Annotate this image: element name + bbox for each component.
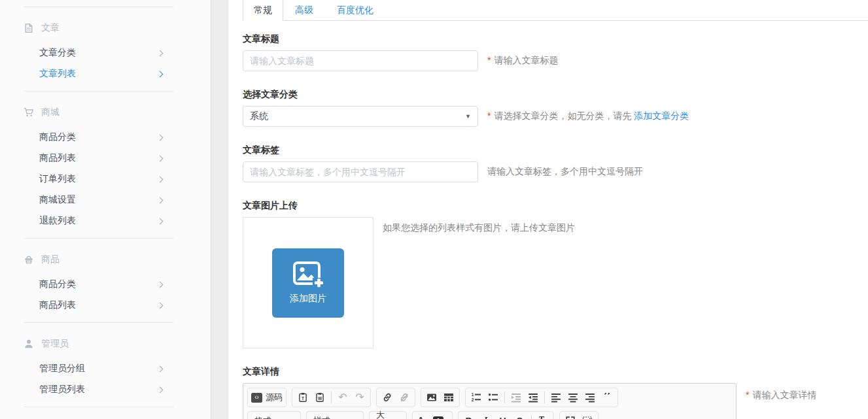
sidebar-item[interactable]: 订单列表 (0, 169, 211, 190)
remove-format-icon: Tx (538, 415, 547, 419)
align-center-button[interactable] (564, 390, 582, 405)
outdent-icon (511, 392, 521, 403)
size-combo-button[interactable]: 大小▾ (372, 412, 404, 419)
maximize-button[interactable] (562, 413, 579, 419)
maximize-icon (565, 416, 576, 419)
list-ol-button[interactable]: 12 (468, 390, 485, 405)
size-combo-label: 大小 (376, 409, 392, 419)
sidebar-item[interactable]: 商城设置 (0, 190, 211, 210)
chevron-right-icon (157, 302, 164, 309)
table-button[interactable] (440, 390, 457, 405)
add-image-button[interactable]: 添加图片 (272, 248, 344, 318)
category-label: 选择文章分类 (243, 89, 868, 101)
remove-format-button[interactable]: Tx (534, 413, 551, 419)
redo-icon: ↷ (355, 392, 364, 403)
toolbar-group (376, 388, 415, 407)
sidebar-item[interactable]: 管理员分组 (0, 358, 211, 379)
strike-button[interactable]: S (512, 413, 529, 419)
align-right-button[interactable] (582, 390, 599, 405)
user-icon (24, 339, 34, 349)
toolbar-group: 样式▾ (306, 411, 364, 419)
sidebar-divider (24, 407, 173, 407)
unlink-icon (399, 392, 409, 403)
select-arrow-icon: ▼ (465, 113, 471, 120)
sidebar-item[interactable]: 文章列表 (0, 63, 211, 84)
bold-button[interactable]: B (460, 413, 477, 419)
rich-text-editor: ‹›源码TW↶↷12” 格式▾样式▾大小▾A▾A▾BIUSTx (243, 383, 737, 419)
sidebar-item-label: 商品分类 (39, 278, 158, 290)
article-form: 文章标题 *请输入文章标题 选择文章分类 系统 ▼ *请选择文章分类，如 (243, 21, 868, 419)
main-content: 常规高级百度优化 文章标题 *请输入文章标题 选择文章分类 系统 ▼ (228, 0, 868, 419)
link-button[interactable] (379, 390, 396, 405)
italic-icon: I (484, 416, 487, 419)
image-button[interactable] (423, 390, 440, 405)
title-input[interactable] (243, 50, 478, 71)
form-item-category: 选择文章分类 系统 ▼ *请选择文章分类，如无分类，请先 添加文章分类 (243, 89, 868, 127)
toolbar-group: 大小▾ (369, 411, 407, 419)
editor-toolbar: ‹›源码TW↶↷12” 格式▾样式▾大小▾A▾A▾BIUSTx (243, 384, 736, 419)
show-blocks-icon (582, 416, 593, 419)
indent-button[interactable] (525, 390, 542, 405)
table-icon (443, 392, 454, 403)
image-help: 如果您选择的列表样式有图片，请上传文章图片 (383, 222, 575, 234)
sidebar-section-4: 系统 (0, 414, 211, 419)
sidebar-item[interactable]: 退款列表 (0, 210, 211, 231)
italic-button[interactable]: I (477, 413, 495, 419)
sidebar-section-label: 商品 (41, 254, 60, 265)
sidebar-divider (24, 322, 173, 323)
quote-icon: ” (603, 393, 611, 402)
tab-general[interactable]: 常规 (243, 0, 283, 21)
link-icon (382, 392, 392, 403)
category-help: *请选择文章分类，如无分类，请先 添加文章分类 (487, 110, 689, 122)
tab-baidu-seo[interactable]: 百度优化 (325, 0, 385, 20)
sidebar-item[interactable]: 商品列表 (0, 148, 211, 169)
svg-text:1: 1 (472, 392, 474, 397)
bg-color-button[interactable]: A▾ (432, 413, 450, 419)
image-plus-icon (292, 261, 324, 288)
chevron-right-icon (157, 281, 164, 288)
sidebar-item-label: 订单列表 (39, 173, 158, 185)
toolbar-group (421, 388, 460, 407)
align-left-button[interactable] (547, 390, 564, 405)
paste-text-button[interactable]: T (294, 390, 311, 405)
sidebar-item[interactable]: 管理员列表 (0, 379, 211, 400)
sidebar-item[interactable]: 商品分类 (0, 274, 211, 295)
sidebar-item[interactable]: 商品列表 (0, 295, 211, 316)
style-combo-button[interactable]: 样式▾ (309, 412, 361, 419)
list-ul-icon (488, 392, 498, 403)
toolbar-separator (531, 415, 532, 419)
paste-word-button[interactable]: W (311, 390, 328, 405)
tab-advanced[interactable]: 高级 (283, 0, 325, 20)
chevron-right-icon (157, 176, 164, 182)
sidebar-item-label: 管理员分组 (39, 363, 158, 375)
svg-text:T: T (302, 396, 304, 401)
sidebar-section-0: 文章 (0, 14, 211, 42)
app-window: 文章文章分类文章列表商城商品分类商品列表订单列表商城设置退款列表商品商品分类商品… (0, 0, 868, 419)
source-button[interactable]: ‹›源码 (250, 390, 284, 405)
toolbar-group: BIUSTx (458, 411, 554, 419)
sidebar-item[interactable]: 文章分类 (0, 42, 211, 63)
sidebar-section-label: 文章 (41, 22, 60, 34)
add-category-link[interactable]: 添加文章分类 (634, 110, 689, 121)
sidebar-item-label: 商品列表 (39, 152, 158, 164)
text-color-button[interactable]: A▾ (415, 413, 432, 419)
outdent-button (508, 390, 525, 405)
sidebar-item[interactable]: 商品分类 (0, 127, 211, 148)
image-upload-dropzone[interactable]: 添加图片 (243, 217, 373, 348)
category-select[interactable]: 系统 ▼ (243, 106, 478, 127)
sidebar-item-label: 商品列表 (39, 299, 158, 311)
underline-button[interactable]: U (495, 413, 512, 419)
chevron-right-icon (157, 50, 164, 56)
list-ul-button[interactable] (485, 390, 502, 405)
quote-button[interactable]: ” (599, 390, 616, 405)
undo-button: ↶ (334, 390, 351, 405)
add-image-button-label: 添加图片 (290, 293, 326, 305)
show-blocks-button[interactable] (579, 413, 596, 419)
form-item-detail: 文章详情 ‹›源码TW↶↷12” 格式▾样式▾大小▾A▾A▾BIUSTx *请输… (243, 366, 868, 419)
align-right-icon (585, 392, 595, 403)
toolbar-separator (331, 392, 332, 403)
tags-input[interactable] (243, 161, 478, 182)
format-combo-button[interactable]: 格式▾ (250, 412, 298, 419)
required-asterisk: * (487, 55, 491, 65)
chevron-right-icon (157, 155, 164, 161)
